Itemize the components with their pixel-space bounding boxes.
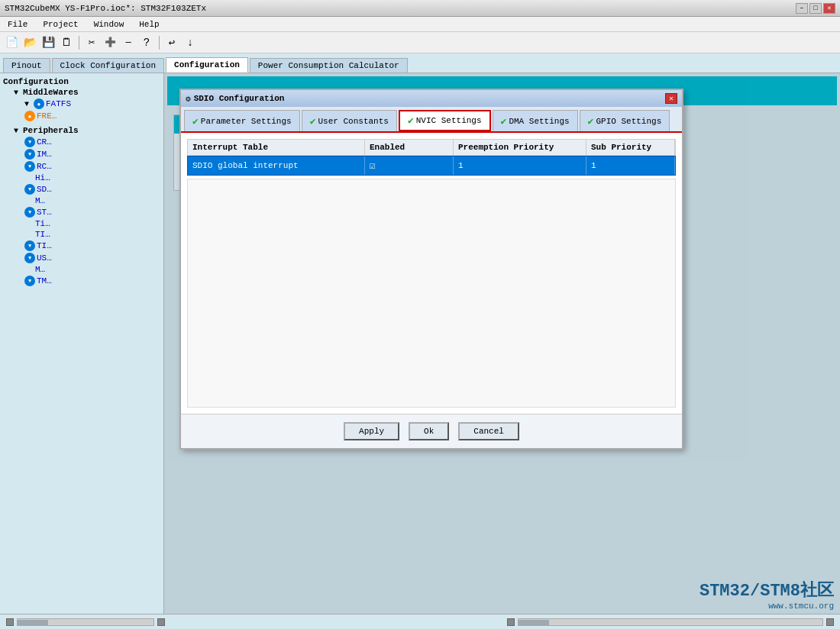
window-controls[interactable]: – □ ✕ <box>796 3 835 14</box>
sd-label[interactable]: SD… <box>37 185 52 194</box>
hi-label[interactable]: Hi… <box>35 173 50 182</box>
tm-label[interactable]: TM… <box>37 276 52 285</box>
tree-sd[interactable]: ▼ SD… <box>3 183 160 195</box>
modal-close-button[interactable]: ✕ <box>665 93 677 104</box>
row-enabled[interactable]: ☑ <box>365 156 454 175</box>
scrollbar-horizontal-2[interactable] <box>518 618 823 626</box>
tree-rc[interactable]: ▼ RC… <box>3 160 160 173</box>
tree-freertos[interactable]: ● FRE… <box>3 110 160 122</box>
toolbar-sep-1 <box>79 36 79 50</box>
st-label[interactable]: ST… <box>37 208 52 217</box>
apply-button[interactable]: Apply <box>344 422 399 440</box>
col-preemption: Preemption Priority <box>454 140 586 155</box>
im-label[interactable]: IM… <box>37 150 52 159</box>
scrollbar-horizontal[interactable] <box>17 618 154 626</box>
toolbar-open[interactable]: 📂 <box>21 34 38 51</box>
gpio-tab-check-icon: ✔ <box>588 115 594 127</box>
tab-pinout[interactable]: Pinout <box>3 58 50 73</box>
us-icon: ▼ <box>24 253 35 263</box>
ti2-label[interactable]: TI… <box>35 230 50 239</box>
tree-im[interactable]: ▼ IM… <box>3 148 160 160</box>
toolbar-save[interactable]: 💾 <box>40 34 57 51</box>
modal-footer: Apply Ok Cancel <box>181 414 682 448</box>
tab-clock[interactable]: Clock Configuration <box>52 58 164 73</box>
tab-configuration[interactable]: Configuration <box>166 57 248 73</box>
toolbar-help[interactable]: ? <box>138 34 155 51</box>
row-name: SDIO global interrupt <box>188 156 365 175</box>
tree-m2[interactable]: M… <box>3 264 160 275</box>
toolbar-sep-2 <box>159 36 160 50</box>
tab-power[interactable]: Power Consumption Calculator <box>250 58 408 73</box>
cr-icon: ▼ <box>24 137 35 147</box>
modal-tab-nvic[interactable]: ✔ NVIC Settings <box>399 110 491 131</box>
window-title: STM32CubeMX YS-F1Pro.ioc*: STM32F103ZETx <box>5 4 206 13</box>
main-content: Configuration ▼ MiddleWares ▼ ● FATFS ● … <box>0 73 840 614</box>
left-panel: Configuration ▼ MiddleWares ▼ ● FATFS ● … <box>0 73 164 614</box>
fatfs-icon: ● <box>34 98 44 109</box>
toolbar-new[interactable]: 📄 <box>3 34 20 51</box>
tree-hi[interactable]: Hi… <box>3 173 160 183</box>
minimize-button[interactable]: – <box>796 3 808 14</box>
toolbar-plus1[interactable]: ➕ <box>102 34 118 51</box>
tree-tm[interactable]: ▼ TM… <box>3 275 160 287</box>
modal-tab-user[interactable]: ✔ User Constants <box>302 110 397 131</box>
st-icon: ▼ <box>24 207 35 218</box>
m2-label[interactable]: M… <box>35 265 45 274</box>
tree-ti1[interactable]: Ti… <box>3 218 160 229</box>
ti1-label[interactable]: Ti… <box>35 219 50 228</box>
menu-file[interactable]: File <box>3 18 32 31</box>
modal-tab-gpio[interactable]: ✔ GPIO Settings <box>580 110 670 131</box>
row-sub: 1 <box>586 156 675 175</box>
modal-title-text: SDIO Configuration <box>194 94 285 103</box>
toolbar-undo[interactable]: ↩ <box>163 34 180 51</box>
tree-cr[interactable]: ▼ CR… <box>3 136 160 148</box>
modal-tab-dma[interactable]: ✔ DMA Settings <box>493 110 578 131</box>
modal-overlay: ⚙ SDIO Configuration ✕ ✔ Parameter Setti… <box>164 73 840 614</box>
table-empty-area <box>187 179 676 408</box>
freertos-icon: ● <box>24 111 35 121</box>
close-button[interactable]: ✕ <box>823 3 835 14</box>
cr-label[interactable]: CR… <box>37 137 52 147</box>
table-header: Interrupt Table Enabled Preemption Prior… <box>187 139 676 156</box>
tree-ti2[interactable]: TI… <box>3 229 160 240</box>
table-row-sdio[interactable]: SDIO global interrupt ☑ 1 1 <box>187 156 676 176</box>
tree-us[interactable]: ▼ US… <box>3 252 160 264</box>
expand-peripherals[interactable]: ▼ <box>14 127 21 135</box>
ti3-label[interactable]: TI… <box>37 241 52 250</box>
cancel-button[interactable]: Cancel <box>458 422 519 440</box>
maximize-button[interactable]: □ <box>809 3 822 14</box>
tree-ti3[interactable]: ▼ TI… <box>3 240 160 252</box>
modal-tab-parameter[interactable]: ✔ Parameter Settings <box>184 110 300 131</box>
scroll-right-btn2[interactable] <box>826 618 834 626</box>
fatfs-label[interactable]: FATFS <box>46 99 71 108</box>
expand-fatfs[interactable]: ▼ <box>24 100 32 108</box>
toolbar-saveas[interactable]: 🗒 <box>58 34 75 51</box>
rc-icon: ▼ <box>24 161 35 172</box>
menu-help[interactable]: Help <box>134 18 163 31</box>
modal-title-bar: ⚙ SDIO Configuration ✕ <box>181 90 682 107</box>
m1-label[interactable]: M… <box>35 196 45 205</box>
toolbar-minus[interactable]: — <box>120 34 137 51</box>
nvic-tab-label: NVIC Settings <box>416 116 482 125</box>
sd-icon: ▼ <box>24 184 35 195</box>
scroll-left-btn[interactable] <box>6 618 14 626</box>
modal-icon: ⚙ <box>186 94 191 104</box>
enabled-checkbox[interactable]: ☑ <box>370 160 376 172</box>
menu-window[interactable]: Window <box>89 18 129 31</box>
rc-label[interactable]: RC… <box>37 162 52 171</box>
ok-button[interactable]: Ok <box>409 422 449 440</box>
tree-m1[interactable]: M… <box>3 195 160 206</box>
im-icon: ▼ <box>24 149 35 160</box>
expand-middlewares[interactable]: ▼ <box>14 89 21 97</box>
tree-st[interactable]: ▼ ST… <box>3 206 160 218</box>
us-label[interactable]: US… <box>37 253 52 263</box>
scrollbar-area-2 <box>507 618 834 626</box>
menu-project[interactable]: Project <box>38 18 82 31</box>
freertos-label[interactable]: FRE… <box>37 111 57 121</box>
toolbar-scissors[interactable]: ✂ <box>83 34 100 51</box>
nvic-tab-check-icon: ✔ <box>408 115 414 127</box>
scroll-left-btn2[interactable] <box>507 618 515 626</box>
tree-fatfs[interactable]: ▼ ● FATFS <box>3 98 160 110</box>
toolbar-down[interactable]: ↓ <box>182 34 199 51</box>
scroll-right-btn[interactable] <box>157 618 165 626</box>
